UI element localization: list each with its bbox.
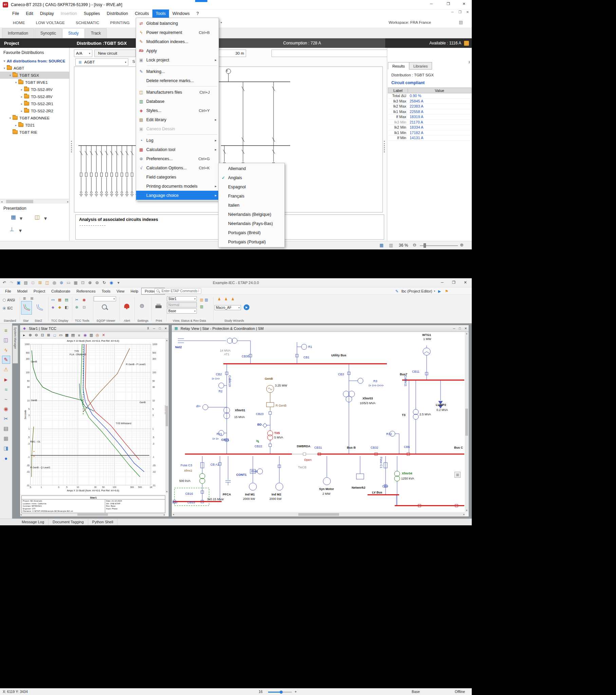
minimize-icon[interactable]: ─	[453, 327, 455, 330]
tcc-grid-icon[interactable]: ▦	[57, 297, 63, 302]
more-dropdown-icon[interactable]: ▾	[115, 279, 121, 286]
tree-item-agbt[interactable]: ▾AGBT	[0, 65, 69, 72]
edit-icon[interactable]: ✎	[2, 356, 10, 364]
panel-systems-icon[interactable]: ◨	[2, 444, 10, 452]
help-icon[interactable]: ◉	[108, 279, 114, 286]
mdi-minimize-icon[interactable]: ─	[451, 10, 454, 14]
relay-window-titlebar[interactable]: ▦ Relay View | Star - Protection & Coord…	[172, 325, 469, 332]
grid-icon[interactable]: ▦	[73, 279, 79, 286]
ground-grid-icon[interactable]: ●	[2, 454, 10, 462]
tab-message-log[interactable]: Message Log	[18, 519, 49, 525]
undo-icon[interactable]: ↶	[1, 279, 7, 286]
tab-python-shell[interactable]: Python Shell	[88, 519, 118, 525]
alert-bell-icon[interactable]	[124, 304, 129, 308]
clip-icon[interactable]: ✂	[74, 297, 79, 302]
menu-supplies[interactable]: Supplies	[80, 10, 103, 18]
menu-item-power-requirement[interactable]: ϟPower requirementCtrl+B	[136, 28, 219, 37]
tcc-window[interactable]: ◈ Star1 | Star TCC ⊼ ─ □ ✕ ▸⊕⊖⊡⊞□▭▦▤≡◉▥◎…	[20, 325, 169, 517]
tab-information[interactable]: Information	[2, 28, 34, 38]
run-icon[interactable]: ▶	[437, 288, 442, 294]
tab-synoptic[interactable]: Synoptic	[35, 28, 62, 38]
zoom-in-icon[interactable]: +	[295, 690, 297, 694]
menu-item-calculation-tool[interactable]: ▦Calculation tool▸	[136, 145, 219, 154]
tcc-labels-icon[interactable]: ◈	[50, 304, 56, 310]
splitter-handle[interactable]	[71, 141, 72, 152]
rev-data-icon[interactable]: ▥	[199, 304, 204, 309]
copy-icon[interactable]: ⊞	[37, 279, 43, 286]
menu-item-lock-project[interactable]: ▣Lock project▸	[136, 55, 219, 65]
menu-item-styles[interactable]: ◈Styles...Ctrl+Y	[136, 106, 219, 115]
ribbon-tab-home[interactable]: HOME	[7, 21, 31, 25]
scroll-left-icon[interactable]: ◂	[1, 200, 2, 203]
tree-item-tgbt-sgx[interactable]: ▾TGBT SGX	[0, 72, 69, 79]
zoom-slider-handle[interactable]	[423, 243, 426, 248]
zoom-window-icon[interactable]: ⊡	[40, 333, 45, 338]
wizard-icon[interactable]: ♟	[223, 296, 229, 302]
menu-item-global-balancing[interactable]: ⇄Global balancing	[136, 19, 219, 28]
status-data-icon[interactable]: ▥	[204, 297, 209, 302]
tree-item-td-ss2-2r1[interactable]: ▸TD-SS2-2R1	[0, 100, 69, 107]
macro-combo[interactable]: Macro_AF▾	[215, 305, 241, 310]
zoom-out-icon[interactable]: ⊖	[413, 242, 416, 248]
mdi-close-icon[interactable]: ✕	[466, 10, 469, 14]
menu-file[interactable]: File	[2, 288, 14, 294]
tcc-legend-icon[interactable]: ▤	[64, 297, 69, 302]
menu-edit[interactable]: Edit	[22, 10, 37, 18]
maximize-button[interactable]: ❐	[443, 0, 453, 7]
tree-item-td21[interactable]: ▸TD21	[0, 121, 69, 129]
chevron-down-icon[interactable]: ▾	[434, 290, 435, 292]
minimize-button[interactable]: ─	[437, 279, 447, 286]
folder-icon[interactable]: ◫	[44, 279, 50, 286]
report-list-icon[interactable]: ▤	[2, 425, 10, 433]
run-macro-icon[interactable]: ▶	[244, 304, 249, 310]
menu-item-database[interactable]: ▥Database	[136, 97, 219, 106]
tab-results[interactable]: Results	[388, 62, 409, 70]
zoom-in-icon[interactable]: ⊕	[87, 279, 93, 286]
menu-item-edit-library[interactable]: ▤Edit library▸	[136, 115, 219, 124]
relay-view-window[interactable]: ▦ Relay View | Star - Protection & Coord…	[171, 325, 469, 517]
find-icon[interactable]: ◎	[51, 279, 57, 286]
frame-icon[interactable]: ⊡	[80, 279, 86, 286]
zoom-slider[interactable]	[268, 692, 292, 693]
menu-item-portugais-portugal[interactable]: Portugais (Portugal)	[219, 237, 284, 247]
horizontal-scrollbar[interactable]: ◂ ▸	[0, 199, 70, 204]
tree-item-td-ss2-irv[interactable]: ▸TD-SS2-IRV	[0, 86, 69, 93]
menu-file[interactable]: File	[9, 10, 22, 18]
close-button[interactable]: ✕	[460, 279, 470, 286]
calculator-icon[interactable]	[464, 41, 469, 46]
menu-collaborate[interactable]: Collaborate	[48, 288, 73, 294]
maximize-icon[interactable]: □	[159, 327, 161, 330]
tab-document-tagging[interactable]: Document Tagging	[49, 519, 88, 525]
tcc-window-titlebar[interactable]: ◈ Star1 | Star TCC ⊼ ─ □ ✕	[20, 325, 169, 332]
menu-insertion[interactable]: Insertion	[57, 10, 80, 18]
wizard-icon[interactable]: ♟	[230, 296, 235, 302]
tree-item-tgbt-abonnee[interactable]: ▾TGBT ABONNEE	[0, 114, 69, 121]
pan-icon[interactable]: ⊞	[46, 333, 51, 338]
scrollbar-thumb[interactable]	[6, 200, 33, 203]
redo-icon[interactable]: ↷	[9, 279, 15, 286]
phase-selector[interactable]: A/A▾	[74, 50, 92, 57]
zoom-in-icon[interactable]: ⊕	[28, 333, 33, 338]
mdi-restore-icon[interactable]: ❐	[459, 10, 462, 14]
menu-item-preferences[interactable]: ⊕Preferences...Ctrl+G	[136, 154, 219, 163]
pole-view-dropdown-icon[interactable]: ▾	[19, 228, 22, 234]
menu-circuits[interactable]: Circuits	[131, 10, 152, 18]
menu-item-caneco-dessin[interactable]: ▣Caneco Dessin	[136, 124, 219, 133]
tcc-axes-icon[interactable]: ▭	[50, 297, 56, 302]
ribbon-overflow-icon[interactable]: ▾	[221, 21, 222, 24]
tree-item-td-ss2-2r2[interactable]: ▸TD-SS2-2R2	[0, 107, 69, 114]
maximize-icon[interactable]: □	[459, 327, 461, 330]
tab-study[interactable]: Study	[63, 28, 84, 38]
wizard-icon[interactable]: ♟	[217, 296, 222, 302]
scroll-right-icon[interactable]: ▸	[67, 200, 69, 203]
single-line-view-icon[interactable]: ◫	[35, 214, 40, 220]
menu-references[interactable]: References	[73, 288, 98, 294]
pan-control-icon[interactable]: ⊞	[454, 472, 461, 478]
printer-icon[interactable]	[155, 304, 162, 308]
menu-item-allemand[interactable]: Allemand	[219, 164, 284, 173]
camera-icon[interactable]: ◎	[95, 333, 100, 338]
horizontal-scrollbar[interactable]: ◂▸	[20, 513, 165, 516]
menu-item-language-choice[interactable]: Language choice▸	[136, 191, 219, 200]
menu-item-fran-ais[interactable]: Français	[219, 191, 284, 201]
waveform-icon[interactable]: ~	[2, 395, 10, 403]
